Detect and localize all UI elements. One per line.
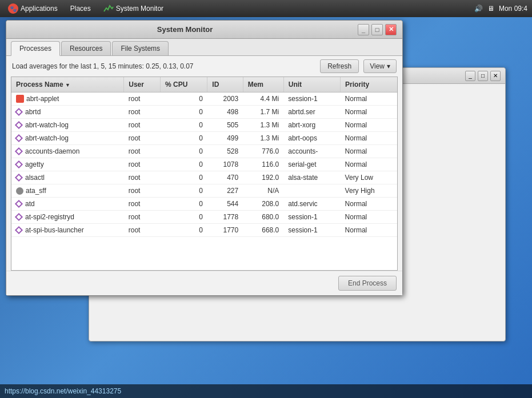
minimize-button[interactable]: _ xyxy=(358,24,369,35)
process-mem: 116.0 xyxy=(243,158,283,171)
process-user: root xyxy=(124,198,161,211)
process-unit: atd.servic xyxy=(283,198,340,211)
process-mem: 208.0 xyxy=(243,198,283,211)
process-icon xyxy=(15,147,23,155)
process-id: 498 xyxy=(207,106,243,119)
end-process-button[interactable]: End Process xyxy=(338,276,397,291)
process-name-cell: at-spi-bus-launcher xyxy=(11,224,124,236)
table-row[interactable]: at-spi-bus-launcher root 0 1770 668.0 se… xyxy=(11,224,397,237)
tab-processes[interactable]: Processes xyxy=(11,41,60,56)
col-priority[interactable]: Priority xyxy=(341,77,397,93)
view-button[interactable]: View ▾ xyxy=(363,59,397,73)
process-mem: 680.0 xyxy=(243,211,283,224)
table-row[interactable]: ata_sff root 0 227 N/A Very High xyxy=(11,184,397,198)
process-name-cell: alsactl xyxy=(11,171,124,184)
process-priority: Normal xyxy=(341,119,397,132)
process-id: 227 xyxy=(207,184,243,198)
process-cpu: 0 xyxy=(161,224,207,237)
process-mem: 668.0 xyxy=(243,224,283,237)
bg-close-button[interactable]: ✕ xyxy=(490,71,501,81)
process-name: at-spi-bus-launcher xyxy=(25,226,84,234)
toolbar: Load averages for the last 1, 5, 15 minu… xyxy=(6,56,402,77)
tab-resources[interactable]: Resources xyxy=(61,41,111,55)
table-row[interactable]: abrt-watch-log root 0 499 1.3 Mi abrt-oo… xyxy=(11,132,397,145)
table-row[interactable]: alsactl root 0 470 192.0 alsa-state Very… xyxy=(11,171,397,184)
col-cpu[interactable]: % CPU xyxy=(161,77,207,93)
process-id: 1778 xyxy=(207,211,243,224)
process-unit: abrtd.ser xyxy=(283,106,340,119)
load-text: Load averages for the last 1, 5, 15 minu… xyxy=(12,62,315,70)
process-icon xyxy=(15,108,23,116)
process-name: atd xyxy=(25,200,35,208)
table-row[interactable]: abrt-applet root 0 2003 4.4 Mi session-1… xyxy=(11,93,397,106)
process-unit: session-1 xyxy=(283,93,340,106)
process-id: 1078 xyxy=(207,158,243,171)
process-cpu: 0 xyxy=(161,184,207,198)
bg-minimize-button[interactable]: _ xyxy=(465,71,475,81)
sysmon-controls-right: _ □ ✕ xyxy=(358,24,397,35)
col-process-name[interactable]: Process Name xyxy=(11,77,124,93)
process-name: ata_sff xyxy=(26,187,46,195)
volume-icon: 🔊 xyxy=(474,5,483,13)
taskbar-applications[interactable]: 🐾 Applications xyxy=(2,1,63,16)
process-mem: N/A xyxy=(243,184,283,198)
process-cpu: 0 xyxy=(161,145,207,158)
process-user: root xyxy=(124,158,161,171)
sysmon-window: System Monitor _ □ ✕ Processes Resources… xyxy=(6,20,403,296)
process-cpu: 0 xyxy=(161,158,207,171)
process-cpu: 0 xyxy=(161,132,207,145)
applications-icon: 🐾 xyxy=(8,3,18,14)
monitor-label: System Monitor xyxy=(116,5,163,13)
col-mem[interactable]: Mem xyxy=(243,77,283,93)
process-priority: Normal xyxy=(341,211,397,224)
refresh-button[interactable]: Refresh xyxy=(320,59,359,73)
table-row[interactable]: at-spi2-registryd root 0 1778 680.0 sess… xyxy=(11,211,397,224)
clock: Mon 09:4 xyxy=(499,5,527,13)
process-name: at-spi2-registryd xyxy=(25,213,74,221)
process-unit: accounts- xyxy=(283,145,340,158)
col-unit[interactable]: Unit xyxy=(283,77,340,93)
process-name: agetty xyxy=(25,160,44,168)
process-mem: 4.4 Mi xyxy=(243,93,283,106)
process-name: abrt-applet xyxy=(26,95,59,103)
col-user[interactable]: User xyxy=(124,77,161,93)
process-table-container[interactable]: Process Name User % CPU ID xyxy=(11,77,398,271)
taskbar-places[interactable]: Places xyxy=(65,2,97,15)
process-name: accounts-daemon xyxy=(25,147,79,155)
taskbar-monitor[interactable]: System Monitor xyxy=(98,1,169,16)
process-name-cell: abrt-watch-log xyxy=(11,132,124,144)
bottom-bar: End Process xyxy=(6,271,402,295)
process-user: root xyxy=(124,211,161,224)
taskbar: 🐾 Applications Places System Monitor 🔊 🖥… xyxy=(0,0,532,17)
taskbar-right: 🔊 🖥 Mon 09:4 xyxy=(474,5,532,13)
process-priority: Very Low xyxy=(341,171,397,184)
process-icon xyxy=(15,213,23,221)
process-name-cell: accounts-daemon xyxy=(11,145,124,158)
process-id: 499 xyxy=(207,132,243,145)
col-id[interactable]: ID xyxy=(207,77,243,93)
process-unit: session-1 xyxy=(283,224,340,237)
table-row[interactable]: abrtd root 0 498 1.7 Mi abrtd.ser Normal xyxy=(11,106,397,119)
sysmon-title: System Monitor xyxy=(12,25,358,34)
process-priority: Normal xyxy=(341,198,397,211)
process-mem: 1.3 Mi xyxy=(243,119,283,132)
process-id: 470 xyxy=(207,171,243,184)
table-row[interactable]: accounts-daemon root 0 528 776.0 account… xyxy=(11,145,397,158)
process-cpu: 0 xyxy=(161,211,207,224)
process-priority: Normal xyxy=(341,106,397,119)
process-name-cell: agetty xyxy=(11,158,124,171)
table-row[interactable]: agetty root 0 1078 116.0 serial-get Norm… xyxy=(11,158,397,171)
chevron-down-icon: ▾ xyxy=(387,62,390,70)
process-name-cell: abrt-watch-log xyxy=(11,119,124,131)
process-mem: 1.7 Mi xyxy=(243,106,283,119)
table-row[interactable]: abrt-watch-log root 0 505 1.3 Mi abrt-xo… xyxy=(11,119,397,132)
close-button[interactable]: ✕ xyxy=(385,24,397,35)
maximize-button[interactable]: □ xyxy=(371,24,383,35)
bg-maximize-button[interactable]: □ xyxy=(478,71,488,81)
process-user: root xyxy=(124,171,161,184)
table-row[interactable]: atd root 0 544 208.0 atd.servic Normal xyxy=(11,198,397,211)
applications-label: Applications xyxy=(21,5,58,13)
process-icon xyxy=(15,160,23,168)
tab-filesystems[interactable]: File Systems xyxy=(112,41,169,55)
process-priority: Very High xyxy=(341,184,397,198)
